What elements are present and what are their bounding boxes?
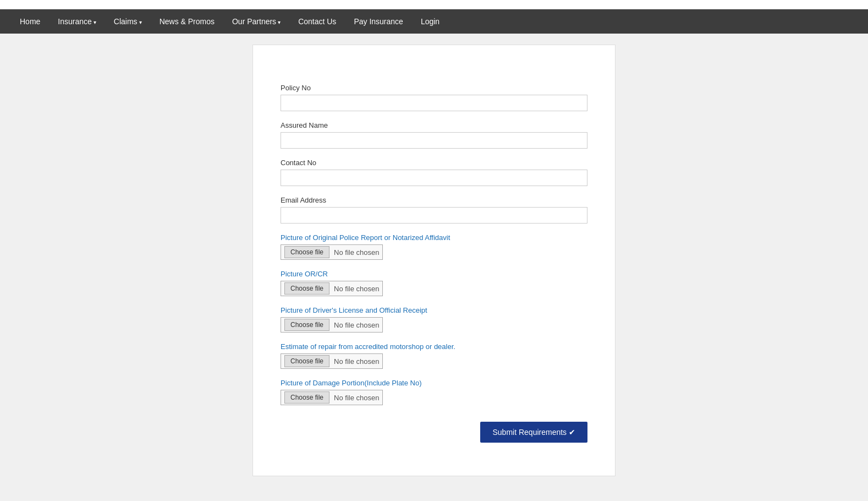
file-group-or-cr: Picture OR/CRChoose fileNo file chosen [281,270,587,296]
label-contact-no: Contact No [281,159,587,167]
input-assured-name[interactable] [281,132,587,149]
no-file-text-repair-estimate: No file chosen [334,357,379,366]
navbar: HomeInsurance▾Claims▾News & PromosOur Pa… [0,9,868,34]
no-file-text-police-report: No file chosen [334,248,379,257]
input-policy-no[interactable] [281,95,587,111]
nav-item-pay-insurance[interactable]: Pay Insurance [345,9,412,34]
no-file-text-damage-portion: No file chosen [334,394,379,402]
label-email-address: Email Address [281,196,587,204]
nav-arrow-icon: ▾ [94,19,96,25]
file-input-wrapper-drivers-license: Choose fileNo file chosen [281,317,383,333]
nav-arrow-icon: ▾ [278,19,281,25]
page-wrapper: Policy NoAssured NameContact NoEmail Add… [0,34,868,487]
choose-file-button-drivers-license[interactable]: Choose file [284,319,329,331]
nav-item-login[interactable]: Login [412,9,448,34]
nav-item-insurance[interactable]: Insurance▾ [49,9,105,34]
field-group-contact-no: Contact No [281,159,587,186]
choose-file-button-repair-estimate[interactable]: Choose file [284,355,329,367]
no-file-text-drivers-license: No file chosen [334,321,379,329]
file-label-repair-estimate: Estimate of repair from accredited motor… [281,342,587,351]
nav-item-claims[interactable]: Claims▾ [105,9,151,34]
submit-button[interactable]: Submit Requirements ✔ [480,422,587,443]
input-email-address[interactable] [281,207,587,224]
submit-row: Submit Requirements ✔ [281,422,587,443]
no-file-text-or-cr: No file chosen [334,285,379,293]
input-contact-no[interactable] [281,170,587,186]
file-group-police-report: Picture of Original Police Report or Not… [281,233,587,260]
file-group-damage-portion: Picture of Damage Portion(Include Plate … [281,379,587,405]
file-input-wrapper-or-cr: Choose fileNo file chosen [281,281,383,296]
nav-arrow-icon: ▾ [139,19,142,25]
field-group-policy-no: Policy No [281,84,587,111]
file-input-wrapper-damage-portion: Choose fileNo file chosen [281,390,383,405]
nav-item-our-partners[interactable]: Our Partners▾ [223,9,289,34]
field-group-email-address: Email Address [281,196,587,224]
file-label-damage-portion: Picture of Damage Portion(Include Plate … [281,379,587,387]
file-label-or-cr: Picture OR/CR [281,270,587,278]
file-input-wrapper-repair-estimate: Choose fileNo file chosen [281,353,383,369]
nav-item-news---promos[interactable]: News & Promos [151,9,223,34]
choose-file-button-damage-portion[interactable]: Choose file [284,391,329,404]
topbar [0,0,868,9]
choose-file-button-or-cr[interactable]: Choose file [284,282,329,295]
nav-item-contact-us[interactable]: Contact Us [289,9,345,34]
file-input-wrapper-police-report: Choose fileNo file chosen [281,244,383,260]
file-label-drivers-license: Picture of Driver's License and Official… [281,306,587,314]
file-label-police-report: Picture of Original Police Report or Not… [281,233,587,242]
nav-item-home[interactable]: Home [11,9,49,34]
label-policy-no: Policy No [281,84,587,92]
file-group-drivers-license: Picture of Driver's License and Official… [281,306,587,333]
choose-file-button-police-report[interactable]: Choose file [284,246,329,258]
label-assured-name: Assured Name [281,121,587,129]
file-group-repair-estimate: Estimate of repair from accredited motor… [281,342,587,369]
field-group-assured-name: Assured Name [281,121,587,149]
form-card: Policy NoAssured NameContact NoEmail Add… [252,45,616,476]
